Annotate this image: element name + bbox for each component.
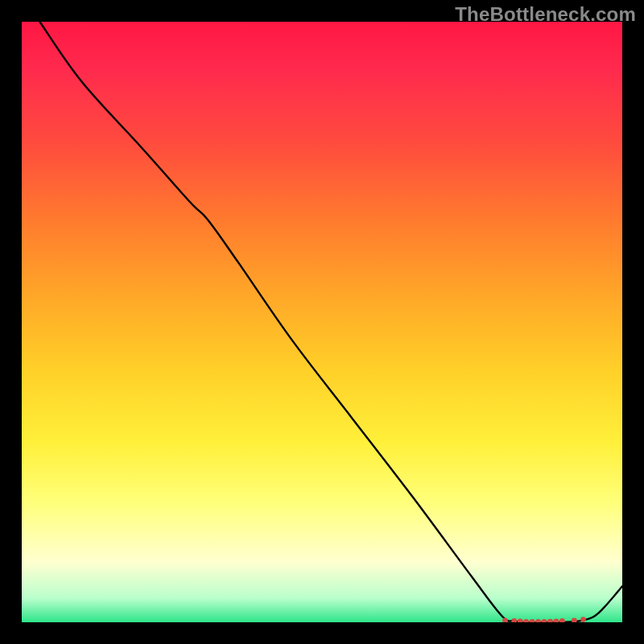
optimal-point [559, 618, 565, 622]
optimal-point [580, 617, 586, 622]
optimal-point [554, 619, 559, 623]
bottleneck-curve [39, 22, 622, 622]
optimal-point [530, 619, 535, 622]
optimal-point [547, 619, 553, 622]
optimal-point [542, 619, 547, 622]
optimal-point [523, 619, 529, 622]
optimal-point [518, 619, 523, 623]
optimal-point [535, 619, 541, 622]
optimal-point [511, 618, 517, 622]
chart-frame [22, 22, 622, 622]
chart-overlay [22, 22, 622, 622]
optimal-point [572, 617, 577, 622]
optimal-points [502, 617, 586, 622]
